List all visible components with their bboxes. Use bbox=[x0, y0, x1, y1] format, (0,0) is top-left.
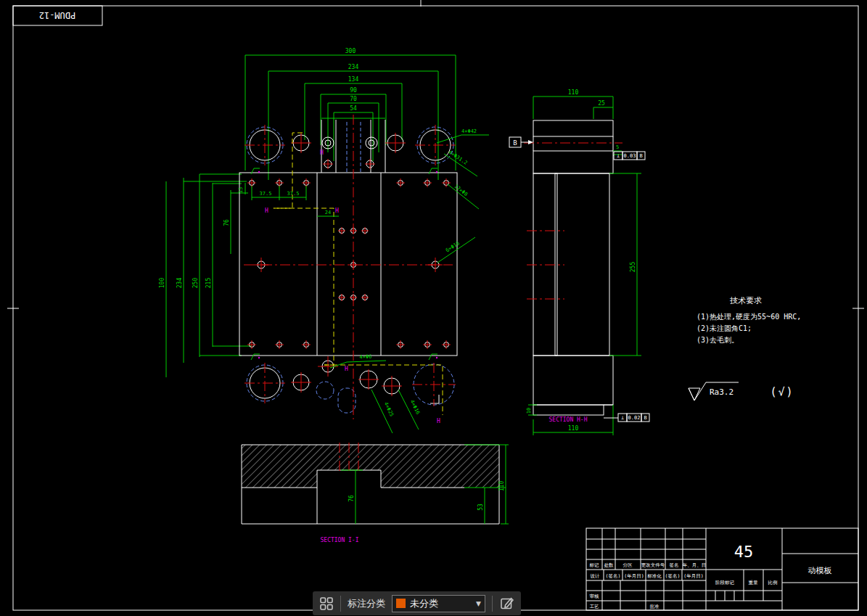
section-marker-h4: H bbox=[345, 366, 348, 372]
dim-54: 54 bbox=[350, 105, 357, 112]
cad-viewer: PDUM-12 300 234 134 90 70 54 100 bbox=[0, 0, 867, 616]
dim-234: 234 bbox=[348, 64, 359, 70]
surface-finish-symbol: Ra3.2 (√) bbox=[689, 382, 794, 401]
plan-holes bbox=[250, 130, 451, 398]
dim-37-5-a: 37.5 bbox=[260, 191, 272, 197]
section-hh-label: SECTION H-H bbox=[549, 416, 588, 423]
dim-134: 134 bbox=[348, 76, 359, 83]
tb-material: 45 bbox=[734, 543, 754, 561]
top-dimensions: 300 234 134 90 70 54 bbox=[245, 48, 456, 180]
bottom-section-view: 76 53 110 SECTION I-I bbox=[242, 443, 509, 543]
dim-side-5: 5 bbox=[616, 144, 619, 150]
dim-15: 15 bbox=[238, 187, 244, 193]
callout-6: 4×Φ25 bbox=[383, 401, 395, 417]
surface-finish-value: Ra3.2 bbox=[710, 387, 734, 397]
tb-part-name: 动模板 bbox=[808, 566, 832, 575]
tb-count: 处数 bbox=[604, 562, 615, 568]
tb-sign: 签名 bbox=[670, 562, 679, 568]
category-dropdown[interactable]: 未分类 ▼ bbox=[392, 595, 485, 612]
tol1-datum: B bbox=[639, 153, 642, 159]
dim-24: 24 bbox=[325, 210, 331, 215]
tb-stage: 阶段标记 bbox=[715, 580, 735, 586]
datum-flag-b: B bbox=[509, 137, 533, 147]
tb-scale: 比例 bbox=[768, 580, 778, 586]
callout-7: 4×Φ16 bbox=[409, 399, 421, 415]
tb-change-doc: 更改文件号 bbox=[641, 562, 665, 568]
annotation-toolbar: 标注分类 未分类 ▼ bbox=[313, 591, 521, 615]
tb-process: 工艺 bbox=[590, 604, 600, 609]
callout-1: 4×Φ42 bbox=[461, 128, 477, 134]
datum-b-label: B bbox=[513, 139, 517, 147]
left-dimensions: 100 234 250 215 76 bbox=[159, 174, 252, 377]
tb-mark: 标记 bbox=[589, 562, 600, 568]
dim-sec-53: 53 bbox=[477, 504, 484, 511]
side-section-view: B 110 25 5 255 10 110 bbox=[509, 89, 649, 435]
plan-view: H H H H H 37.5 37.5 15 24 bbox=[238, 115, 489, 433]
dim-left-234: 234 bbox=[176, 278, 183, 289]
callout-5: 4×Φ6 bbox=[359, 354, 371, 361]
category-grid-icon[interactable] bbox=[319, 596, 334, 611]
plan-phantom-holes bbox=[247, 122, 454, 413]
sheet-code: PDUM-12 bbox=[39, 10, 76, 20]
sheet-code-box: PDUM-12 bbox=[13, 6, 102, 25]
dim-90: 90 bbox=[350, 87, 357, 94]
dim-250: 250 bbox=[192, 278, 199, 289]
dim-70: 70 bbox=[350, 96, 357, 102]
dim-side-110-bottom: 110 bbox=[568, 425, 579, 432]
plan-centerlines bbox=[244, 115, 456, 419]
tech-req-item-3: (3)去毛刺。 bbox=[697, 336, 739, 344]
tb-approve: 批准 bbox=[650, 604, 660, 609]
title-block: 标记 处数 分区 更改文件号 签名 年、月、日 设计 (签名) (年月日) 标准… bbox=[586, 528, 858, 610]
edit-annotation-icon[interactable] bbox=[499, 596, 514, 611]
tb-audit: 审核 bbox=[590, 594, 600, 599]
tolerance-frame-1: ⊥ 0.03 B bbox=[613, 152, 645, 160]
tb-design: 设计 bbox=[591, 573, 601, 579]
section-ii-label: SECTION I-I bbox=[321, 537, 359, 543]
side-dims: 110 25 5 255 10 110 bbox=[526, 89, 641, 435]
drawing-canvas: PDUM-12 300 234 134 90 70 54 100 bbox=[0, 0, 867, 616]
tb-design-sign: (签名) bbox=[606, 573, 621, 579]
tb-standard-date: (年月日) bbox=[683, 573, 703, 579]
section-marker-h1: H bbox=[320, 149, 324, 156]
tech-req-item-2: (2)未注圆角C1; bbox=[697, 324, 752, 332]
tol2-datum: B bbox=[644, 415, 646, 421]
toolbar-divider bbox=[340, 596, 341, 612]
dim-side-25: 25 bbox=[598, 100, 605, 107]
dim-sec-110: 110 bbox=[498, 481, 505, 492]
tb-design-date: (年月日) bbox=[624, 573, 644, 579]
dim-100: 100 bbox=[159, 278, 165, 289]
tb-standard-sign: (签名) bbox=[665, 573, 681, 579]
tol1-symbol: ⊥ bbox=[617, 153, 620, 159]
section-marker-h5: H bbox=[437, 418, 440, 424]
hole-callouts: 4×Φ42 4×Φ31.2 12×Φ8 6×Φ16 4×Φ6 4×Φ25 4×Φ… bbox=[330, 128, 489, 433]
dim-side-110-top: 110 bbox=[568, 89, 579, 96]
dim-side-255: 255 bbox=[630, 262, 636, 273]
chevron-down-icon[interactable]: ▼ bbox=[476, 600, 481, 607]
dim-215: 215 bbox=[205, 278, 212, 289]
tol1-value: 0.03 bbox=[624, 153, 636, 159]
dim-37-5-b: 37.5 bbox=[287, 191, 300, 197]
tb-date: 年、月、日 bbox=[683, 562, 707, 568]
dim-76: 76 bbox=[223, 219, 230, 226]
toolbar-divider-2 bbox=[492, 596, 493, 612]
tech-req-title: 技术要求 bbox=[730, 296, 762, 305]
tolerance-frame-2: ⊥ 0.02 B bbox=[604, 414, 649, 422]
tb-standard: 标准化 bbox=[646, 573, 662, 579]
category-color-swatch bbox=[396, 599, 406, 608]
category-label: 标注分类 bbox=[348, 597, 385, 610]
tol2-symbol: ⊥ bbox=[621, 415, 624, 421]
dim-300: 300 bbox=[345, 48, 356, 54]
section-marker-h2: H bbox=[265, 208, 268, 214]
dim-sec-76: 76 bbox=[348, 495, 355, 502]
tech-requirements: 技术要求 (1)热处理,硬度为55~60 HRC, (2)未注圆角C1; (3)… bbox=[697, 296, 801, 344]
section-marker-h3: H bbox=[335, 208, 339, 214]
tol2-value: 0.02 bbox=[628, 415, 641, 421]
category-dropdown-value: 未分类 bbox=[410, 597, 472, 610]
tb-weight: 重量 bbox=[749, 580, 759, 586]
plan-inner-dims: 37.5 37.5 15 24 bbox=[238, 183, 339, 216]
callout-4: 6×Φ16 bbox=[445, 240, 461, 253]
tb-zone: 分区 bbox=[623, 562, 633, 568]
dim-side-10: 10 bbox=[526, 408, 532, 414]
tech-req-item-1: (1)热处理,硬度为55~60 HRC, bbox=[697, 313, 801, 321]
surface-finish-bracket: (√) bbox=[770, 385, 794, 398]
